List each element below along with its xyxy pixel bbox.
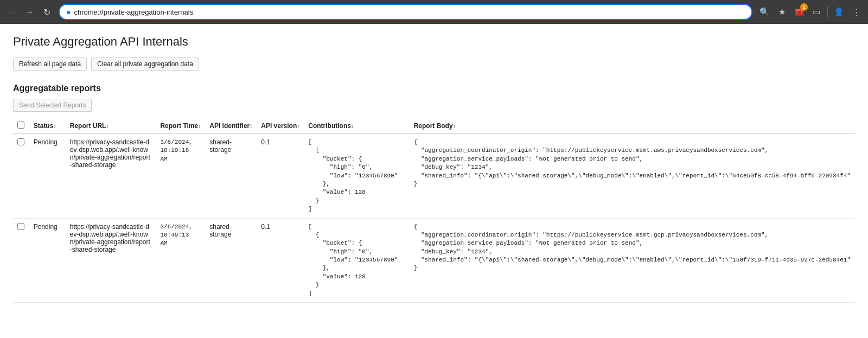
badge-count: 1 <box>800 3 808 11</box>
header-api-ver-label: API version <box>261 122 297 130</box>
contributions-sort-icon[interactable]: ↕ <box>351 123 354 129</box>
header-url: Report URL↕ <box>66 118 156 134</box>
row-checkbox-cell <box>13 218 29 303</box>
api-id-sort-icon[interactable]: ↕ <box>250 123 252 129</box>
header-status: Status↕ <box>29 118 66 134</box>
row-time: 3/6/2024, 10:10:18 AM <box>156 134 205 219</box>
row-checkbox-0[interactable] <box>17 138 24 145</box>
address-url: chrome://private-aggregation-internals <box>74 8 745 16</box>
page-content: Private Aggregation API Internals Refres… <box>0 24 868 314</box>
reload-button[interactable]: ↻ <box>39 4 54 20</box>
forward-button[interactable]: → <box>22 4 37 20</box>
row-url: https://privacy-sandcastle-dev-dsp.web.a… <box>66 134 156 219</box>
header-url-label: Report URL <box>70 122 106 130</box>
bookmark-icon-btn[interactable]: ★ <box>774 4 789 20</box>
back-button[interactable]: ← <box>4 4 20 20</box>
row-status: Pending <box>29 134 66 219</box>
row-checkbox-cell <box>13 134 29 219</box>
status-sort-icon[interactable]: ↕ <box>53 123 56 129</box>
search-icon-btn[interactable]: 🔍 <box>757 4 772 20</box>
url-sort-icon[interactable]: ↕ <box>106 123 108 129</box>
profile-btn[interactable]: 👤 <box>831 4 846 20</box>
table-row: Pending https://privacy-sandcastle-dev-d… <box>13 134 855 219</box>
reports-table: Status↕ Report URL↕ Report Time↕ API ide… <box>13 118 855 303</box>
header-contributions: Contributions↕ <box>304 118 409 134</box>
row-contributions: [ { "bucket": { "high": "0", "low": "123… <box>304 134 409 219</box>
section-title: Aggregatable reports <box>13 84 855 93</box>
browser-chrome: ← → ↻ ● chrome://private-aggregation-int… <box>0 0 868 24</box>
header-body: Report Body↕ <box>410 118 855 134</box>
menu-btn[interactable]: ⋮ <box>848 4 864 20</box>
body-sort-icon[interactable]: ↕ <box>453 123 456 129</box>
header-api-ver: API version↕ <box>257 118 304 134</box>
row-checkbox-1[interactable] <box>17 223 24 230</box>
row-body: { "aggregation_coordinator_origin": "htt… <box>410 134 855 219</box>
row-api-id: shared-storage <box>205 218 257 303</box>
row-time: 3/6/2024, 10:49:13 AM <box>156 218 205 303</box>
header-api-id-label: API identifier <box>209 122 250 130</box>
table-body: Pending https://privacy-sandcastle-dev-d… <box>13 134 855 303</box>
row-api-ver: 0.1 <box>257 134 304 219</box>
toolbar-right: 🔍 ★ 🧰 1 ▭ 👤 ⋮ <box>757 4 864 20</box>
row-api-id: shared-storage <box>205 134 257 219</box>
clear-button[interactable]: Clear all private aggregation data <box>91 58 199 71</box>
send-selected-reports-button[interactable]: Send Selected Reports <box>13 99 92 112</box>
row-status: Pending <box>29 218 66 303</box>
page-title: Private Aggregation API Internals <box>13 35 855 49</box>
header-time: Report Time↕ <box>156 118 205 134</box>
table-row: Pending https://privacy-sandcastle-dev-d… <box>13 218 855 303</box>
row-url: https://privacy-sandcastle-dev-dsp.web.a… <box>66 218 156 303</box>
action-buttons: Refresh all page data Clear all private … <box>13 58 855 71</box>
select-all-checkbox[interactable] <box>17 122 24 129</box>
refresh-button[interactable]: Refresh all page data <box>13 58 87 71</box>
nav-buttons: ← → ↻ <box>4 4 54 20</box>
extension-badge: 🧰 1 <box>792 4 807 20</box>
header-status-label: Status <box>34 122 54 130</box>
address-bar[interactable]: ● chrome://private-aggregation-internals <box>59 4 752 20</box>
header-api-id: API identifier↕ <box>205 118 257 134</box>
header-time-label: Report Time <box>160 122 198 130</box>
table-header: Status↕ Report URL↕ Report Time↕ API ide… <box>13 118 855 134</box>
toolbar-separator <box>827 7 828 17</box>
cast-btn[interactable]: ▭ <box>809 4 824 20</box>
row-api-ver: 0.1 <box>257 218 304 303</box>
header-contributions-label: Contributions <box>308 122 351 130</box>
row-body: { "aggregation_coordinator_origin": "htt… <box>410 218 855 303</box>
time-sort-icon[interactable]: ↕ <box>198 123 201 129</box>
row-contributions: [ { "bucket": { "high": "0", "low": "123… <box>304 218 409 303</box>
chrome-icon: ● <box>66 8 71 16</box>
api-ver-sort-icon[interactable]: ↕ <box>297 123 299 129</box>
header-body-label: Report Body <box>414 122 453 130</box>
header-checkbox <box>13 118 29 134</box>
